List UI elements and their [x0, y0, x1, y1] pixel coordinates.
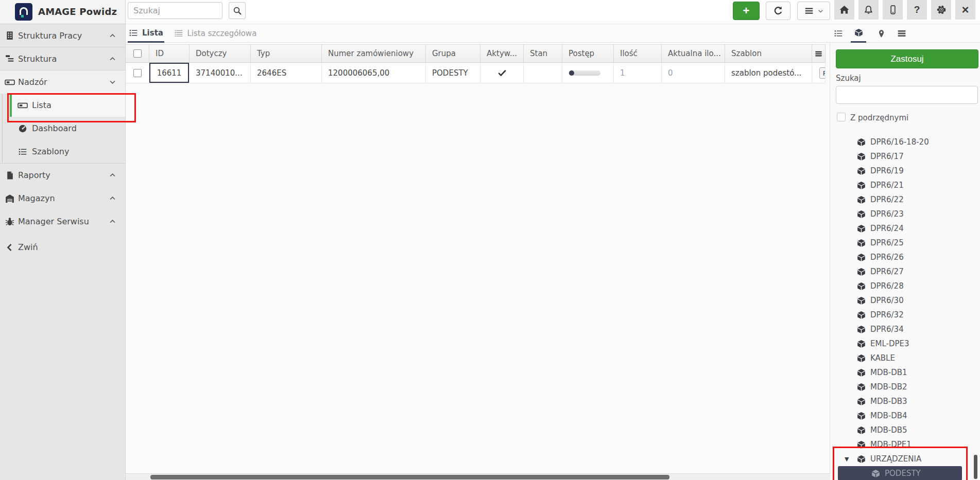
sidebar-item-raporty[interactable]: Raporty — [0, 164, 125, 187]
tree-item-dpr6-24[interactable]: DPR6/24 — [830, 221, 973, 236]
tree-expand-arrow-icon[interactable]: ▼ — [845, 456, 849, 463]
aktualna-ilosc-cell[interactable]: 0 — [662, 63, 725, 83]
tree-item-dpr6-28[interactable]: DPR6/28 — [830, 279, 973, 293]
tree-item-podesty[interactable]: PODESTY — [830, 466, 973, 480]
tree-item-dpr6-26[interactable]: DPR6/26 — [830, 250, 973, 264]
sidebar-item-struktura-pracy[interactable]: Struktura Pracy — [0, 24, 125, 47]
tree-item-urzadzenia[interactable]: ▼URZĄDZENIA — [830, 452, 973, 466]
subtree-checkbox[interactable] — [837, 113, 846, 121]
tree-item-mdb-db3[interactable]: MDB-DB3 — [830, 394, 973, 408]
ilosc-cell[interactable]: 1 — [614, 63, 662, 83]
column-header-stan[interactable]: Stan — [524, 44, 562, 63]
tree-item-dpr6-21[interactable]: DPR6/21 — [830, 178, 973, 192]
sidebar-item-lista[interactable]: Lista — [10, 94, 125, 117]
tree-item-dpr6-34[interactable]: DPR6/34 — [830, 322, 973, 336]
sidebar-item-label: Dashboard — [32, 123, 77, 133]
sidebar-item-manager-serwisu[interactable]: Manager Serwisu — [0, 210, 125, 233]
hamburger-menu-button[interactable] — [797, 2, 830, 20]
tree-item-dpr6-27[interactable]: DPR6/27 — [830, 264, 973, 279]
column-menu-cell[interactable] — [812, 44, 826, 63]
refresh-button[interactable] — [766, 2, 790, 20]
row-action-button[interactable]: F — [819, 67, 826, 79]
tree-item-mdb-db2[interactable]: MDB-DB2 — [830, 380, 973, 394]
search-input[interactable] — [128, 2, 222, 19]
panel-search-input[interactable] — [836, 86, 978, 104]
tab-lista[interactable]: Lista — [128, 24, 164, 43]
card-icon — [4, 78, 15, 86]
tree-item-mdb-db1[interactable]: MDB-DB1 — [830, 365, 973, 380]
sidebar-collapse-button[interactable]: Zwiń — [0, 236, 125, 259]
id-cell-focused[interactable]: 16611 — [149, 63, 190, 83]
row-checkbox[interactable] — [133, 69, 142, 77]
gear-button[interactable] — [931, 0, 951, 20]
column-header-aktyw[interactable]: Aktyw... — [480, 44, 524, 63]
column-header-postep[interactable]: Postęp — [562, 44, 614, 63]
typ-cell[interactable]: 2646ES — [251, 63, 322, 83]
package-icon — [854, 28, 863, 37]
chevron-up-icon — [109, 218, 116, 225]
column-header-id[interactable]: ID — [149, 44, 190, 63]
sidebar-item-nadzor[interactable]: Nadzór — [0, 70, 125, 94]
tree-item-dpr6-25[interactable]: DPR6/25 — [830, 236, 973, 250]
tree-item-mdb-db4[interactable]: MDB-DB4 — [830, 408, 973, 423]
column-header-numer-zamowieniowy[interactable]: Numer zamówieniowy — [322, 44, 426, 63]
sidebar-item-szablony[interactable]: Szablony — [0, 140, 125, 163]
column-header-grupa[interactable]: Grupa — [426, 44, 480, 63]
tree-item-label: DPR6/28 — [870, 281, 904, 291]
dotyczy-cell[interactable]: 37140010... — [190, 63, 251, 83]
apply-button[interactable]: Zastosuj — [836, 49, 978, 68]
tree-item-dpr6-32[interactable]: DPR6/32 — [830, 308, 973, 322]
column-header-dotyczy[interactable]: Dotyczy — [190, 44, 251, 63]
building-icon — [4, 31, 15, 40]
column-header-typ[interactable]: Typ — [251, 44, 322, 63]
panel-tab-package[interactable] — [851, 24, 866, 43]
szablon-cell[interactable]: szablon podestó... — [725, 63, 812, 83]
panel-tab-pin[interactable] — [873, 24, 889, 43]
postep-cell[interactable] — [562, 63, 614, 83]
package-icon — [857, 397, 866, 406]
table-row[interactable]: 1661137140010...2646ES1200006065,00PODES… — [126, 63, 826, 83]
sidebar-item-dashboard[interactable]: Dashboard — [0, 117, 125, 140]
stan-cell[interactable] — [524, 63, 562, 83]
sidebar-item-label: Struktura — [18, 54, 57, 64]
sidebar-item-label: Szablony — [32, 147, 69, 156]
tree-item-dpr6-23[interactable]: DPR6/23 — [830, 207, 973, 221]
panel-tab-list[interactable] — [831, 24, 846, 43]
tree-item-dpr6-30[interactable]: DPR6/30 — [830, 293, 973, 308]
horizontal-scrollbar-track[interactable] — [126, 473, 830, 480]
tab-lista-szczego-owa[interactable]: Lista szczegółowa — [173, 24, 258, 43]
right-panel: Zastosuj Szukaj Z podrzędnymi DPR6/16-18… — [830, 43, 980, 480]
close-button[interactable]: × — [955, 0, 975, 20]
tree-item-dpr6-17[interactable]: DPR6/17 — [830, 149, 973, 164]
tree-item-mdb-dpe1[interactable]: MDB-DPE1 — [830, 437, 973, 452]
tree-item-selected[interactable]: PODESTY — [838, 466, 962, 480]
column-header-szablon[interactable]: Szablon — [725, 44, 812, 63]
package-icon — [857, 167, 866, 175]
tree-item-kable[interactable]: KABLE — [830, 351, 973, 365]
package-icon — [857, 354, 866, 363]
tree-item-dpr6-22[interactable]: DPR6/22 — [830, 192, 973, 207]
bell-button[interactable] — [858, 0, 879, 20]
aktywny-cell[interactable] — [480, 63, 524, 83]
mobile-button[interactable] — [883, 0, 903, 20]
tree-item-mdb-db5[interactable]: MDB-DB5 — [830, 423, 973, 437]
sidebar-item-struktura[interactable]: Struktura — [0, 47, 125, 70]
vertical-scrollbar-thumb[interactable] — [974, 455, 977, 479]
home-button[interactable] — [834, 0, 854, 20]
select-all-checkbox[interactable] — [133, 49, 142, 58]
column-header-ilosc[interactable]: Ilość — [614, 44, 662, 63]
help-button[interactable]: ? — [907, 0, 927, 20]
add-button[interactable]: + — [733, 2, 760, 20]
tree-item-dpr6-19[interactable]: DPR6/19 — [830, 164, 973, 178]
numer-cell[interactable]: 1200006065,00 — [322, 63, 426, 83]
column-header-aktualna-ilo[interactable]: Aktualna ilo... — [662, 44, 725, 63]
horizontal-scrollbar-thumb[interactable] — [150, 475, 669, 479]
tree-item-label: DPR6/32 — [870, 310, 904, 319]
tree-item-dpr6-16-18-20[interactable]: DPR6/16-18-20 — [830, 135, 973, 149]
amage-logo[interactable] — [15, 3, 32, 21]
search-button[interactable] — [229, 2, 246, 19]
tree-item-eml-dpe3[interactable]: EML-DPE3 — [830, 336, 973, 351]
sidebar-item-magazyn[interactable]: Magazyn — [0, 187, 125, 210]
grupa-cell[interactable]: PODESTY — [426, 63, 480, 83]
panel-tab-table[interactable] — [894, 24, 909, 43]
